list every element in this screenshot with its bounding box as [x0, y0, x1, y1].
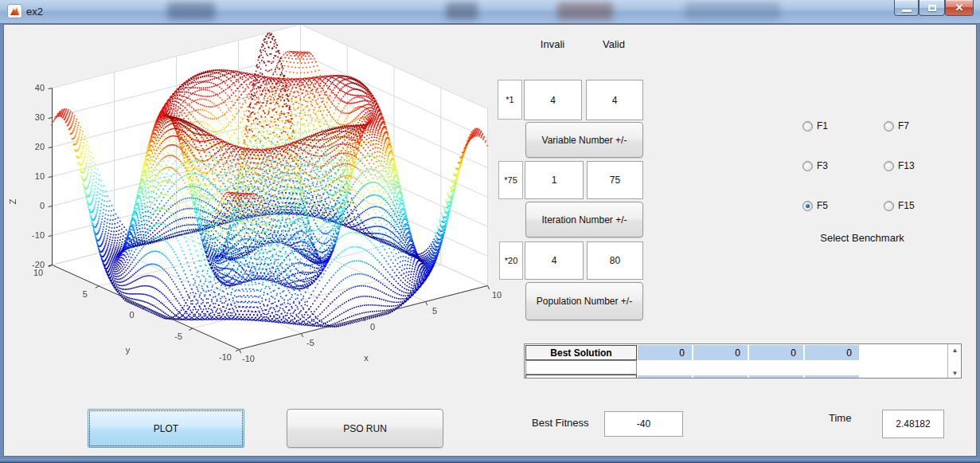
radio-option-f7[interactable]: F7 — [884, 120, 909, 131]
iteration-invalid-field[interactable]: 1 — [525, 161, 584, 199]
table-cell-partial — [693, 375, 748, 379]
iteration-number-button[interactable]: Iteration Number +/- — [525, 202, 643, 237]
table-row-header: Best Solution — [525, 345, 637, 360]
table-cell-3[interactable]: 0 — [805, 345, 859, 360]
glass-reflection — [446, 2, 478, 20]
restore-button[interactable] — [919, 0, 945, 16]
table-cell-partial — [749, 375, 803, 379]
title-bar[interactable]: ex2 ✕ — [0, 0, 980, 24]
surface-plot — [8, 26, 502, 380]
variable-number-button[interactable]: Variable Number +/- — [525, 122, 643, 158]
best-solution-table[interactable]: Best Solution 0 0 0 0 ▲ ▼ — [524, 343, 962, 379]
variable-count-indicator: *1 — [498, 80, 522, 120]
restore-icon — [928, 5, 936, 11]
radio-label-f5: F5 — [817, 200, 828, 211]
invalid-column-header: Invali — [524, 38, 581, 50]
radio-icon-f5-selected[interactable] — [802, 201, 813, 211]
radio-label-f3: F3 — [817, 160, 828, 171]
table-row-header-empty — [525, 360, 637, 375]
pso-run-button[interactable]: PSO RUN — [287, 409, 443, 448]
radio-label-f13: F13 — [898, 160, 915, 171]
table-scrollbar[interactable]: ▲ ▼ — [947, 344, 962, 379]
iteration-count-indicator: *75 — [498, 161, 523, 199]
best-fitness-field[interactable]: -40 — [604, 411, 683, 437]
app-window: ex2 ✕ Invali Valid *1 4 4 Variable Numbe… — [0, 0, 980, 463]
table-cell-partial — [805, 375, 859, 379]
glass-reflection — [685, 2, 780, 20]
best-fitness-label: Best Fitness — [532, 417, 603, 429]
population-count-indicator: *20 — [499, 241, 523, 280]
radio-label-f15: F15 — [898, 200, 915, 211]
scroll-up-icon[interactable]: ▲ — [948, 347, 962, 354]
close-icon: ✕ — [946, 2, 973, 14]
radio-option-f13[interactable]: F13 — [884, 160, 915, 171]
radio-icon-f7[interactable] — [884, 121, 894, 131]
time-label: Time — [829, 412, 869, 424]
time-field[interactable]: 2.48182 — [882, 410, 944, 438]
variable-valid-field[interactable]: 4 — [586, 80, 643, 120]
benchmark-group-label: Select Benchmark — [798, 232, 926, 244]
radio-option-f1[interactable]: F1 — [802, 120, 828, 131]
radio-option-f5[interactable]: F5 — [802, 200, 828, 211]
variable-invalid-field[interactable]: 4 — [524, 80, 582, 120]
table-cell-2[interactable]: 0 — [749, 345, 803, 360]
radio-label-f1: F1 — [817, 120, 828, 131]
valid-column-header: Valid — [585, 38, 642, 50]
radio-label-f7: F7 — [898, 120, 909, 131]
table-cell-0[interactable]: 0 — [638, 345, 692, 360]
radio-icon-f1[interactable] — [802, 121, 813, 131]
window-title: ex2 — [26, 6, 43, 18]
close-button[interactable]: ✕ — [945, 0, 974, 16]
radio-option-f15[interactable]: F15 — [884, 200, 915, 211]
glass-reflection — [167, 2, 215, 20]
radio-icon-f15[interactable] — [884, 201, 894, 211]
iteration-valid-field[interactable]: 75 — [587, 161, 643, 199]
radio-icon-f13[interactable] — [884, 161, 894, 171]
scroll-down-icon[interactable]: ▼ — [948, 370, 962, 377]
matlab-app-icon — [7, 4, 22, 18]
table-cell-1[interactable]: 0 — [693, 345, 748, 360]
population-invalid-field[interactable]: 4 — [525, 241, 584, 280]
table-cell-partial — [638, 375, 692, 379]
radio-option-f3[interactable]: F3 — [802, 160, 828, 171]
table-row-header-partial — [525, 375, 637, 379]
glass-reflection — [557, 2, 613, 20]
minimize-icon — [902, 10, 912, 12]
plot-button[interactable]: PLOT — [88, 409, 244, 448]
minimize-button[interactable] — [894, 0, 919, 16]
radio-icon-f3[interactable] — [802, 161, 813, 171]
population-number-button[interactable]: Population Number +/- — [525, 282, 643, 320]
population-valid-field[interactable]: 80 — [587, 241, 643, 280]
window-frame-bottom — [0, 459, 980, 463]
